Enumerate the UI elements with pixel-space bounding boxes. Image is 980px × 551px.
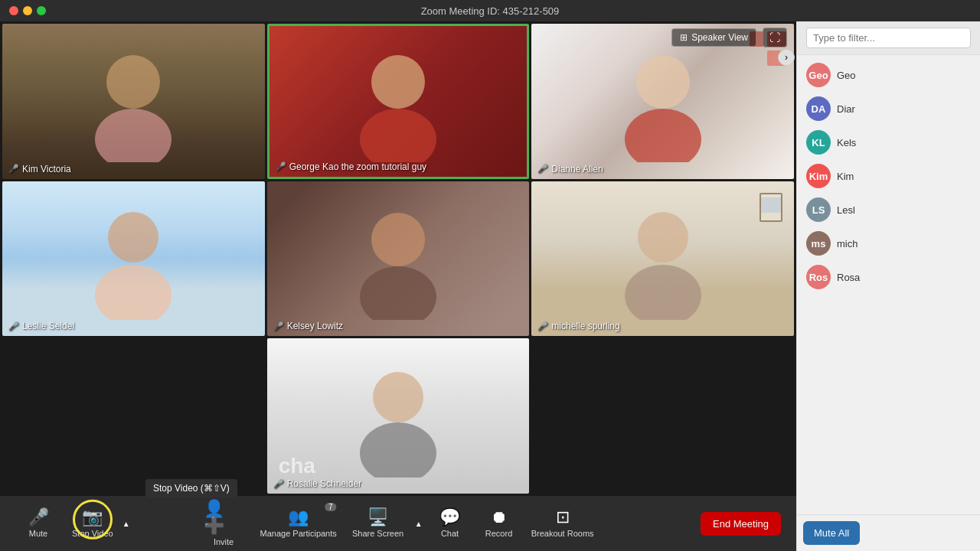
video-cell-george[interactable]: 🎤 George Kao the zoom tutorial guy [267,24,530,179]
speaker-view-label: Speaker View [691,32,748,43]
mic-icon-george: 🎤 [276,161,286,171]
maximize-button[interactable] [37,6,46,15]
video-cell-michelle[interactable]: 🎤 michelle spurling [531,181,794,337]
svg-point-9 [360,266,436,320]
invite-label: Invite [214,537,234,546]
fullscreen-button[interactable]: ⛶ [763,28,787,47]
stop-video-group: 📷 Stop Video ▲ [64,504,132,543]
svg-point-4 [636,55,690,109]
end-meeting-button[interactable]: End Meeting [701,512,781,536]
traffic-lights [9,6,46,15]
chat-button[interactable]: 💬 Chat [427,504,473,543]
avatar-ros: Ros [806,265,831,289]
chat-label: Chat [441,529,459,538]
right-panel: › Geo Geo DA Diar KL [796,21,980,551]
george-video [270,26,528,177]
stop-video-label: Stop Video [72,529,113,538]
participant-item-kim2[interactable]: Kim Kim [797,159,980,193]
participant-search-input[interactable] [806,28,971,48]
panel-toggle-button[interactable]: › [778,49,795,66]
video-camera-icon: 📷 [82,509,103,526]
video-grid: 🎤 Kim Victoria 🎤 George Kao the zoom tut… [0,21,796,496]
panel-bottom: Mute All [797,514,980,551]
invite-icon: 👤➕ [204,500,243,534]
toolbar-left: 🎤 Mute 📷 Stop Video ▲ [15,504,132,543]
main-container: ⊞ Speaker View ⛶ 🎤 Kim Victoria [0,21,980,551]
mute-button[interactable]: 🎤 Mute [15,504,61,543]
participant-item-kl[interactable]: KL Kels [797,126,980,159]
participant-name-mic: mich [837,238,971,249]
video-topbar: ⊞ Speaker View ⛶ [662,21,796,54]
michelle-video [531,181,794,337]
kelsey-name-label: 🎤 Kelsey Lowitz [273,321,343,331]
share-screen-button[interactable]: 🖥️ Share Screen [345,504,410,543]
manage-participants-label: Manage Participants [260,529,337,538]
zoom-bg-text: cha [279,454,315,478]
participants-icon: 👥 [288,509,309,526]
participant-item-mic[interactable]: ms mich [797,227,980,260]
toolbar-center: 👤➕ Invite 👥 7 Manage Participants 🖥️ Sha… [196,496,599,551]
participant-item-geo[interactable]: Geo Geo [797,58,980,92]
window-title: Zoom Meeting ID: 435-212-509 [421,5,560,17]
participant-item-ros[interactable]: Ros Rosa [797,260,980,294]
svg-point-3 [360,109,436,162]
mic-icon-dianne: 🎤 [537,164,548,174]
video-cell-kelsey[interactable]: 🎤 Kelsey Lowitz [267,181,530,337]
mute-all-button[interactable]: Mute All [803,521,860,545]
record-button[interactable]: ⏺ Record [476,504,522,543]
svg-point-13 [360,422,436,478]
svg-point-7 [95,265,172,320]
stop-video-tooltip: Stop Video (⌘⇧V) [145,479,237,497]
invite-button[interactable]: 👤➕ Invite [196,496,251,551]
video-cell-empty-2 [531,338,794,494]
share-screen-icon: 🖥️ [368,509,388,526]
record-icon: ⏺ [491,509,508,526]
video-cell-rosalie[interactable]: cha 🎤 Rosalie Schneider [267,338,530,494]
svg-point-1 [95,109,172,162]
leslie-video [2,181,265,337]
rosalie-video: cha [267,338,530,494]
mic-toolbar-icon: 🎤 [28,509,49,526]
leslie-name-label: 🎤 Leslie Seidel [8,321,74,331]
participant-name-da: Diar [837,103,971,115]
participant-item-da[interactable]: DA Diar [797,92,980,126]
participant-name-ls: Lesl [837,204,971,216]
participant-name-ros: Rosa [837,272,971,283]
breakout-rooms-label: Breakout Rooms [531,529,594,538]
video-cell-leslie[interactable]: 🎤 Leslie Seidel [2,181,265,337]
video-area: ⊞ Speaker View ⛶ 🎤 Kim Victoria [0,21,796,551]
avatar-mic: ms [806,231,831,256]
stop-video-arrow[interactable]: ▲ [121,517,132,531]
title-bar: Zoom Meeting ID: 435-212-509 [0,0,980,21]
svg-point-11 [625,265,701,320]
share-screen-arrow[interactable]: ▲ [413,517,424,531]
breakout-rooms-button[interactable]: ⊡ Breakout Rooms [525,504,600,543]
grid-icon: ⊞ [680,32,688,43]
avatar-kl: KL [806,130,831,155]
dianne-name-label: 🎤 Dianne Allen [537,164,603,174]
avatar-kim2: Kim [806,164,831,188]
mic-icon-leslie: 🎤 [8,321,19,331]
svg-point-5 [625,109,701,162]
stop-video-button[interactable]: 📷 Stop Video [64,504,121,543]
video-cell-kim[interactable]: 🎤 Kim Victoria [2,24,265,179]
svg-point-0 [106,55,160,109]
svg-point-8 [371,213,425,266]
fullscreen-icon: ⛶ [769,31,780,44]
participant-name-kim2: Kim [837,171,971,182]
participant-list: Geo Geo DA Diar KL Kels Kim Ki [797,55,980,514]
mute-label: Mute [29,529,47,538]
george-name-label: 🎤 George Kao the zoom tutorial guy [276,161,426,172]
mic-icon-rosalie: 🎤 [273,479,284,489]
participant-item-ls[interactable]: LS Lesl [797,193,980,227]
speaker-view-button[interactable]: ⊞ Speaker View [671,28,756,47]
minimize-button[interactable] [23,6,32,15]
manage-participants-button[interactable]: 👥 7 Manage Participants [254,504,343,543]
kim-video [2,24,265,179]
mic-icon-michelle: 🎤 [537,321,548,331]
close-button[interactable] [9,6,18,15]
kim-name-label: 🎤 Kim Victoria [8,164,71,174]
michelle-name-label: 🎤 michelle spurling [537,321,619,331]
participant-name-geo: Geo [837,70,971,81]
avatar-ls: LS [806,197,831,222]
